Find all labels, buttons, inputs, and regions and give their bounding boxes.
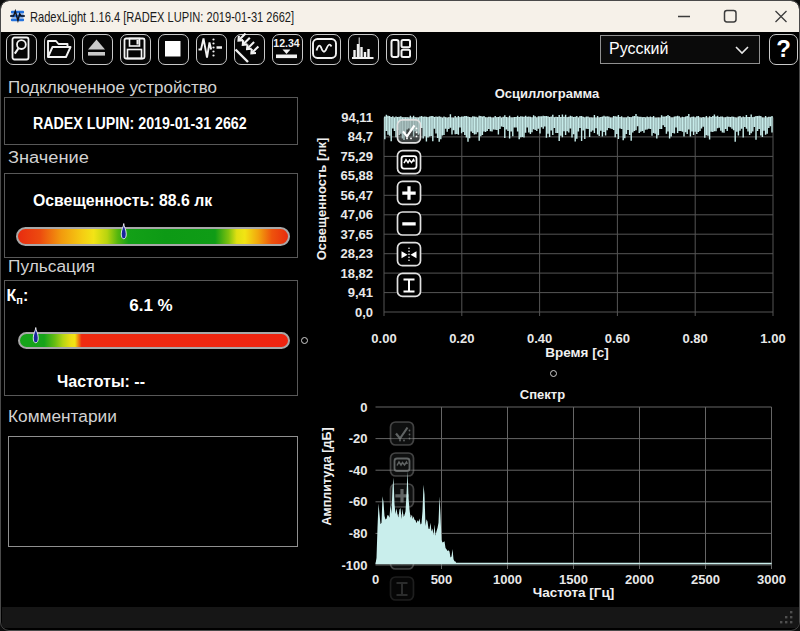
svg-text:56,47: 56,47: [340, 188, 373, 203]
svg-text:1000: 1000: [493, 572, 522, 587]
svg-text:75,29: 75,29: [340, 149, 373, 164]
svg-text:3000: 3000: [757, 572, 786, 587]
svg-text:0: 0: [372, 572, 379, 587]
svg-text:2500: 2500: [691, 572, 720, 587]
svg-text:18,82: 18,82: [340, 266, 373, 281]
svg-text:84,7: 84,7: [348, 129, 373, 144]
svg-text:-20: -20: [349, 431, 368, 446]
svg-text:9,41: 9,41: [348, 285, 373, 300]
svg-text:28,23: 28,23: [340, 246, 373, 261]
svg-text:Спектр: Спектр: [520, 387, 565, 402]
svg-text:0.60: 0.60: [605, 331, 630, 346]
svg-text:-80: -80: [349, 526, 368, 541]
svg-text:-40: -40: [349, 463, 368, 478]
svg-text:1.00: 1.00: [760, 331, 785, 346]
svg-text:Частота [Гц]: Частота [Гц]: [533, 585, 615, 600]
svg-text:0: 0: [360, 400, 367, 415]
svg-text:0.00: 0.00: [371, 331, 396, 346]
svg-text:-100: -100: [341, 558, 367, 573]
svg-text:94,11: 94,11: [341, 110, 373, 125]
svg-text:Осциллограмма: Осциллограмма: [495, 86, 600, 101]
svg-text:12.34: 12.34: [273, 37, 299, 49]
svg-text:0,0: 0,0: [355, 305, 373, 320]
svg-text:Освещенность [лк]: Освещенность [лк]: [314, 138, 329, 261]
svg-text:37,65: 37,65: [340, 227, 373, 242]
svg-text:0.20: 0.20: [449, 331, 474, 346]
svg-text:2000: 2000: [625, 572, 654, 587]
svg-text:65,88: 65,88: [340, 168, 373, 183]
svg-text:0.80: 0.80: [683, 331, 708, 346]
svg-text:0.40: 0.40: [527, 331, 552, 346]
svg-text:47,06: 47,06: [340, 207, 373, 222]
svg-text:Время [с]: Время [с]: [545, 345, 608, 360]
svg-text:-60: -60: [349, 494, 368, 509]
svg-text:500: 500: [431, 572, 453, 587]
svg-text:Амплитуда [дБ]: Амплитуда [дБ]: [320, 427, 334, 525]
